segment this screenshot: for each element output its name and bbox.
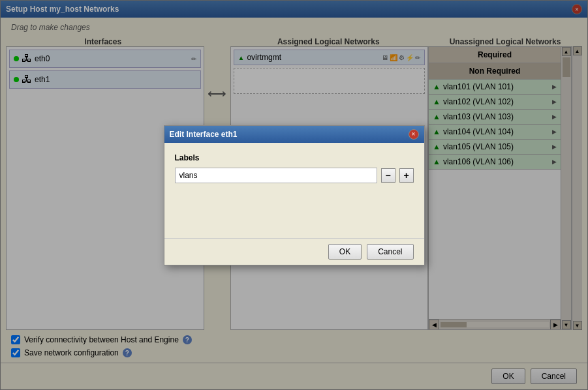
modal-overlay: Edit Interface eth1 × Labels − + OK Canc…: [0, 0, 588, 390]
modal-buttons-area: OK Cancel: [164, 238, 424, 265]
add-label-button[interactable]: +: [399, 168, 414, 183]
labels-input[interactable]: [175, 168, 377, 183]
modal-title-bar: Edit Interface eth1 ×: [164, 126, 424, 143]
modal-title: Edit Interface eth1: [170, 130, 238, 139]
labels-section-label: Labels: [175, 153, 414, 162]
modal-cancel-button[interactable]: Cancel: [367, 244, 413, 260]
edit-interface-modal: Edit Interface eth1 × Labels − + OK Canc…: [164, 125, 425, 265]
label-input-row: − +: [175, 168, 414, 183]
modal-body: Labels − +: [164, 143, 424, 238]
remove-label-button[interactable]: −: [381, 168, 395, 183]
modal-spacer: [175, 188, 414, 228]
modal-close-button[interactable]: ×: [409, 129, 419, 140]
modal-ok-button[interactable]: OK: [328, 244, 362, 260]
